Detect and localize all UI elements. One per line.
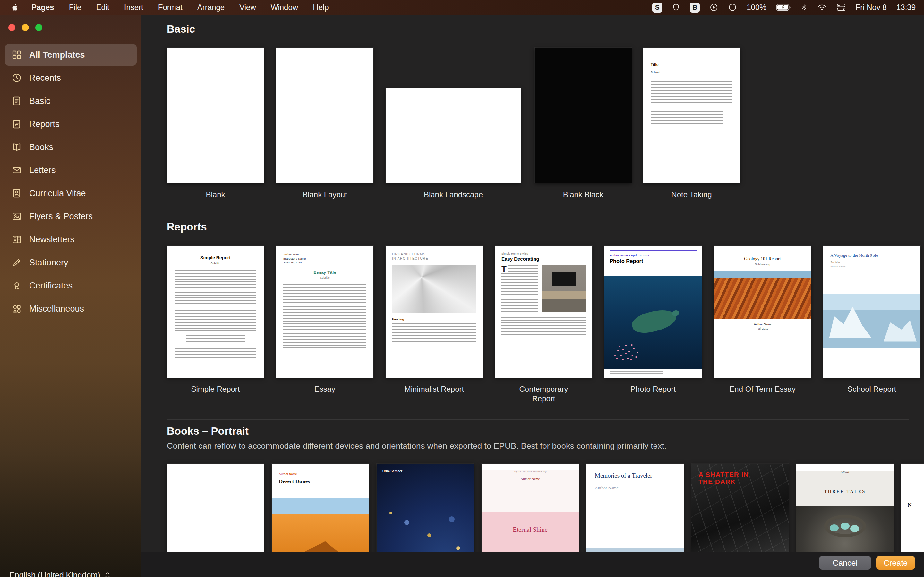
- sidebar-item-letters[interactable]: Letters: [5, 159, 137, 181]
- preview-text-placeholder: [174, 348, 256, 358]
- sidebar-item-newsletters[interactable]: Newsletters: [5, 229, 137, 250]
- sidebar-item-certificates[interactable]: Certificates: [5, 275, 137, 297]
- template-card-blank-black[interactable]: Blank Black: [535, 48, 632, 199]
- menu-insert[interactable]: Insert: [124, 0, 144, 15]
- preview-text-placeholder: [283, 284, 367, 303]
- menu-date[interactable]: Fri Nov 8: [856, 3, 887, 12]
- underwater-photo: [604, 276, 702, 369]
- preview-title: Essay Title: [283, 270, 367, 275]
- template-card-minimalist-report[interactable]: ORGANIC FORMS IN ARCHITECTURE Heading Mi…: [386, 245, 483, 394]
- status-b-badge-icon[interactable]: B: [690, 3, 700, 13]
- report-icon: [11, 119, 23, 129]
- shield-icon[interactable]: [672, 3, 680, 12]
- sidebar-item-label: Flyers & Posters: [29, 211, 93, 221]
- cancel-button[interactable]: Cancel: [819, 556, 871, 570]
- preview-author: Author Name: [283, 253, 367, 257]
- preview-title: A Voyage to the North Pole: [830, 253, 893, 258]
- sidebar-item-curricula-vitae[interactable]: Curricula Vitae: [5, 182, 137, 204]
- wifi-icon[interactable]: [817, 3, 827, 11]
- document-icon: [11, 96, 23, 106]
- template-card-blank[interactable]: Blank: [167, 48, 264, 199]
- apple-logo-icon: [11, 3, 19, 11]
- sidebar-item-stationery[interactable]: Stationery: [5, 251, 137, 274]
- preview-date: June 28, 2020: [283, 261, 367, 265]
- fish-school-shape: [614, 355, 616, 356]
- sidebar-item-label: Recents: [29, 73, 61, 83]
- turtle-shape: [630, 306, 678, 336]
- control-center-icon[interactable]: [837, 3, 846, 12]
- section-divider: [167, 419, 909, 420]
- apple-menu[interactable]: [11, 3, 19, 11]
- menu-edit[interactable]: Edit: [96, 0, 109, 15]
- template-card-photo-report[interactable]: Author Name – April 16, 2022 Photo Repor…: [604, 245, 702, 394]
- school-report-preview: A Voyage to the North Pole Subtitle Auth…: [823, 245, 921, 378]
- bluetooth-icon[interactable]: [800, 3, 808, 12]
- menu-app-name[interactable]: Pages: [31, 0, 54, 15]
- end-of-term-essay-preview: Geology 101 Report Subheading Author Nam…: [714, 245, 811, 378]
- accent-rule: [610, 250, 696, 251]
- preview-text-placeholder: [174, 270, 256, 288]
- menu-window[interactable]: Window: [271, 0, 298, 15]
- menu-arrange[interactable]: Arrange: [197, 0, 225, 15]
- menu-items: Pages File Edit Insert Format Arrange Vi…: [31, 0, 329, 15]
- language-selector-label: English (United Kingdom): [9, 571, 100, 577]
- template-chooser-window: Pages File Edit Insert Format Arrange Vi…: [0, 0, 924, 577]
- play-circle-icon[interactable]: [709, 3, 718, 12]
- preview-title: Title: [651, 63, 732, 67]
- preview-text-placeholder: [610, 371, 663, 375]
- template-thumbnail: [276, 48, 373, 183]
- template-card-blank-landscape[interactable]: Blank Landscape: [386, 88, 521, 199]
- template-label: School Report: [847, 384, 896, 394]
- circle-status-icon[interactable]: [728, 3, 737, 12]
- menu-time[interactable]: 13:39: [897, 3, 916, 12]
- menu-file[interactable]: File: [69, 0, 81, 15]
- menu-format[interactable]: Format: [158, 0, 183, 15]
- template-card-simple-report[interactable]: Simple Report Subtitle Simple Report: [167, 245, 264, 394]
- sidebar-item-label: Certificates: [29, 281, 73, 291]
- architecture-photo: [392, 266, 477, 313]
- preview-title: Photo Report: [610, 258, 696, 264]
- template-card-school-report[interactable]: A Voyage to the North Pole Subtitle Auth…: [823, 245, 921, 394]
- preview-text-placeholder: [651, 111, 722, 125]
- template-label: Photo Report: [630, 384, 676, 394]
- template-card-end-of-term-essay[interactable]: Geology 101 Report Subheading Author Nam…: [714, 245, 811, 394]
- template-card-blank-layout[interactable]: Blank Layout: [276, 48, 373, 199]
- battery-icon[interactable]: [776, 4, 791, 11]
- sidebar-item-basic[interactable]: Basic: [5, 90, 137, 112]
- template-card-essay[interactable]: Author Name Instructor's Name June 28, 2…: [276, 245, 373, 394]
- sidebar-item-label: Reports: [29, 119, 60, 129]
- minimize-window-button[interactable]: [22, 24, 29, 31]
- sidebar-item-all-templates[interactable]: All Templates: [5, 44, 137, 66]
- sidebar-item-flyers-posters[interactable]: Flyers & Posters: [5, 205, 137, 227]
- sidebar-item-recents[interactable]: Recents: [5, 67, 137, 89]
- menu-view[interactable]: View: [239, 0, 256, 15]
- sidebar-item-books[interactable]: Books: [5, 136, 137, 158]
- preview-text-column: T: [501, 265, 538, 312]
- preview-kicker: ORGANIC FORMS: [392, 252, 477, 256]
- preview-author: Author Name: [830, 265, 913, 268]
- sidebar: All Templates Recents Basic Reports Book…: [0, 15, 142, 577]
- template-thumbnail: Simple Home Styling Easy Decorating T: [495, 245, 592, 378]
- sidebar-item-label: Newsletters: [29, 235, 74, 245]
- close-window-button[interactable]: [8, 24, 15, 31]
- essay-preview: Author Name Instructor's Name June 28, 2…: [276, 245, 373, 378]
- template-card-contemporary-report[interactable]: Simple Home Styling Easy Decorating T Co…: [495, 245, 592, 404]
- language-selector[interactable]: English (United Kingdom): [9, 571, 111, 577]
- preview-author: Author Name: [586, 480, 684, 490]
- create-button[interactable]: Create: [876, 556, 915, 570]
- zoom-window-button[interactable]: [35, 24, 42, 31]
- status-s-badge-icon[interactable]: S: [652, 3, 662, 13]
- iceberg-shape: [884, 318, 917, 342]
- preview-author: Author Name: [272, 464, 369, 476]
- menu-help[interactable]: Help: [313, 0, 328, 15]
- preview-title: A SHATTER IN THE DARK: [698, 471, 753, 485]
- menu-bar: Pages File Edit Insert Format Arrange Vi…: [0, 0, 924, 15]
- preview-author: Author Name: [714, 322, 811, 326]
- preview-kicker: Simple Home Styling: [501, 252, 586, 255]
- simple-report-preview: Simple Report Subtitle: [167, 245, 264, 378]
- template-thumbnail: Author Name Instructor's Name June 28, 2…: [276, 245, 373, 378]
- sidebar-item-miscellaneous[interactable]: Miscellaneous: [5, 298, 137, 319]
- template-label: Contemporary Report: [513, 384, 574, 404]
- sidebar-item-reports[interactable]: Reports: [5, 113, 137, 135]
- template-card-note-taking[interactable]: Title Subject Note Taking: [643, 48, 740, 199]
